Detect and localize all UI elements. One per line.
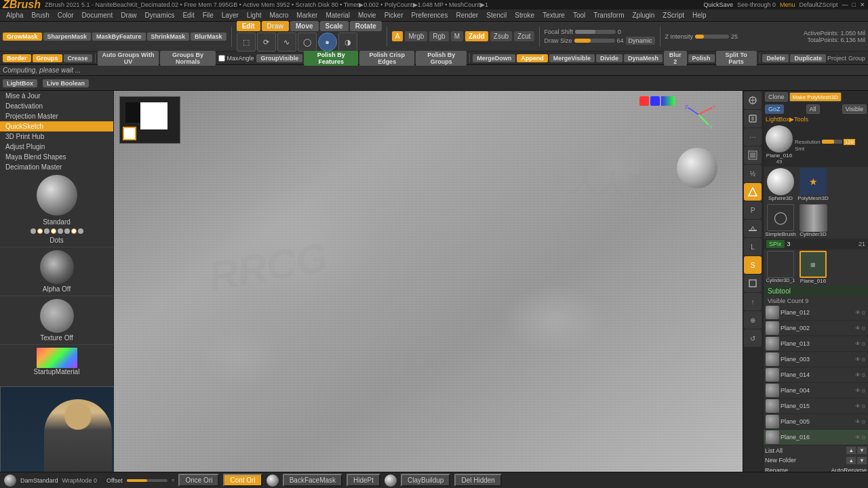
divide-btn[interactable]: Divide (596, 54, 623, 62)
subtool-eye-4[interactable]: 👁 (855, 372, 861, 378)
subtool-item-plane_003[interactable]: Plane_003 👁 ⊙ (764, 352, 868, 367)
move-view-icon[interactable]: ↑ (744, 293, 762, 310)
zadd-btn[interactable]: Zadd (465, 31, 488, 41)
menu-stencil[interactable]: Stencil (483, 11, 510, 20)
floor-icon[interactable] (744, 220, 762, 237)
polymesh3d-tool[interactable]: ★ PolyMesh3D (797, 168, 829, 201)
subtool-item-plane_015[interactable]: Plane_015 👁 ⊙ (764, 399, 868, 414)
subtool-eye-3[interactable]: 👁 (855, 357, 861, 363)
lightbox-btn[interactable]: LightBox (3, 79, 37, 87)
actual-icon[interactable] (744, 146, 762, 164)
deactivation-item[interactable]: Deactivation (0, 101, 113, 111)
subtool-eye-0[interactable]: 👁 (855, 310, 861, 316)
smooth-tool[interactable]: ∿ (277, 33, 296, 52)
zsub-btn[interactable]: Zsub (490, 31, 512, 41)
move-btn[interactable]: Move (290, 21, 319, 31)
sphere-tool[interactable]: ● (318, 33, 337, 52)
groups-btn[interactable]: Groups (33, 54, 62, 62)
offset-slider[interactable] (127, 479, 167, 482)
subtool-item-plane_004[interactable]: Plane_004 👁 ⊙ (764, 383, 868, 399)
cylinder3d-tool[interactable]: Cylinder3D (797, 204, 829, 237)
auto-groups-uv-btn[interactable]: Auto Groups With UV (98, 51, 158, 66)
draw-btn[interactable]: Draw (262, 21, 289, 31)
frame-icon[interactable] (744, 274, 762, 292)
brush-dot-2[interactable] (37, 228, 43, 234)
folder-down-btn[interactable]: ▼ (857, 457, 867, 464)
subtool-lock-2[interactable]: ⊙ (861, 341, 866, 347)
aahalf-icon[interactable]: ½ (744, 165, 762, 182)
del-hidden-btn[interactable]: Del Hidden (454, 474, 501, 487)
subtool-item-plane_013[interactable]: Plane_013 👁 ⊙ (764, 336, 868, 352)
menu-texture[interactable]: Texture (539, 11, 568, 20)
menu-light[interactable]: Light (243, 11, 265, 20)
menu-material[interactable]: Material (322, 11, 353, 20)
brush-dot-7[interactable] (71, 228, 77, 234)
quicksave-btn[interactable]: QuickSave (703, 1, 733, 8)
edit-btn[interactable]: Edit (237, 21, 260, 31)
simplebrush-tool[interactable]: ◯ SimpleBrush (765, 204, 796, 237)
blur2-btn[interactable]: Blur 2 (664, 51, 686, 66)
maskbyfeature-btn[interactable]: MaskByFeature (92, 33, 146, 41)
border-btn[interactable]: Border (3, 54, 31, 62)
clay-sphere[interactable] (384, 474, 397, 487)
menu-stroke[interactable]: Stroke (511, 11, 538, 20)
persp-icon[interactable]: P (744, 201, 762, 219)
select-rect-tool[interactable]: ⬚ (237, 33, 256, 52)
subtool-lock-5[interactable]: ⊙ (861, 388, 866, 394)
subtool-eye-6[interactable]: 👁 (855, 403, 861, 409)
rotate-btn[interactable]: Rotate (350, 21, 382, 31)
menu-document[interactable]: Document (79, 11, 117, 20)
scroll-icon[interactable] (744, 110, 762, 127)
append-btn[interactable]: Append (517, 54, 548, 62)
new-folder-label[interactable]: New Folder (765, 457, 845, 464)
up-btn[interactable]: ▲ (846, 447, 856, 454)
mergedown-btn[interactable]: MergeDown (473, 54, 515, 62)
polish-by-features-btn[interactable]: Polish By Features (304, 51, 358, 66)
clone-btn[interactable]: Clone (765, 92, 788, 102)
clay-buildup-btn[interactable]: ClayBuildup (401, 474, 450, 487)
default-zscript-btn[interactable]: DefaultZScript (800, 1, 838, 8)
m-btn[interactable]: M (451, 31, 463, 41)
down-btn[interactable]: ▼ (857, 447, 867, 454)
damstandard-sphere[interactable] (4, 474, 16, 487)
decimation-master-item[interactable]: Decimation Master (0, 162, 113, 172)
subtool-item-plane_002[interactable]: Plane_002 👁 ⊙ (764, 321, 868, 336)
dynamic-icon[interactable] (744, 183, 762, 201)
lightbox-tools-link[interactable]: LightBox▶Tools (764, 115, 868, 123)
subtool-lock-1[interactable]: ⊙ (861, 325, 866, 331)
autorename-label[interactable]: AutoRename (831, 467, 867, 472)
all-btn[interactable]: All (806, 104, 820, 114)
growmask-btn[interactable]: GrowMask (3, 33, 42, 41)
menu-zscript[interactable]: ZScript (659, 11, 688, 20)
brush-dot-5[interactable] (58, 228, 63, 234)
crease-btn[interactable]: Crease (64, 54, 92, 62)
zcut-btn[interactable]: Zcut (514, 31, 534, 41)
maxangle-checkbox[interactable] (218, 55, 225, 62)
split-to-parts-btn[interactable]: Split To Parts (716, 51, 757, 66)
texture-sphere-preview[interactable] (40, 299, 74, 333)
menu-edit[interactable]: Edit (179, 11, 197, 20)
a-btn[interactable]: A (392, 31, 403, 41)
menu-marker[interactable]: Marker (293, 11, 321, 20)
brush-dot-8[interactable] (78, 228, 83, 234)
3d-print-hub-item[interactable]: 3D Print Hub (0, 131, 113, 142)
menu-movie[interactable]: Movie (355, 11, 380, 20)
menu-color[interactable]: Color (54, 11, 77, 20)
menu-tool[interactable]: Tool (570, 11, 589, 20)
alpha-sphere-preview[interactable] (40, 250, 74, 284)
bpr-icon[interactable] (744, 92, 762, 109)
maya-blend-shapes-item[interactable]: Maya Blend Shapes (0, 152, 113, 162)
group-visible-btn[interactable]: GroupVisible (256, 54, 302, 62)
menu-macro[interactable]: Macro (267, 11, 292, 20)
menu-layer[interactable]: Layer (218, 11, 242, 20)
subtool-lock-6[interactable]: ⊙ (861, 403, 866, 409)
dynamesh-btn[interactable]: DynaMesh (624, 54, 663, 62)
zoom3d-icon[interactable]: ⊕ (744, 311, 762, 329)
once-ori-btn[interactable]: Once Ori (178, 474, 219, 487)
quick-sketch-item[interactable]: QuickSketch (0, 121, 113, 131)
minimize-btn[interactable]: — (842, 1, 848, 8)
mergevisible-btn[interactable]: MergeVisible (549, 54, 595, 62)
subtool-lock-8[interactable]: ⊙ (861, 434, 866, 441)
hidept-btn[interactable]: HidePt (347, 474, 380, 487)
subtool-lock-0[interactable]: ⊙ (861, 310, 866, 316)
